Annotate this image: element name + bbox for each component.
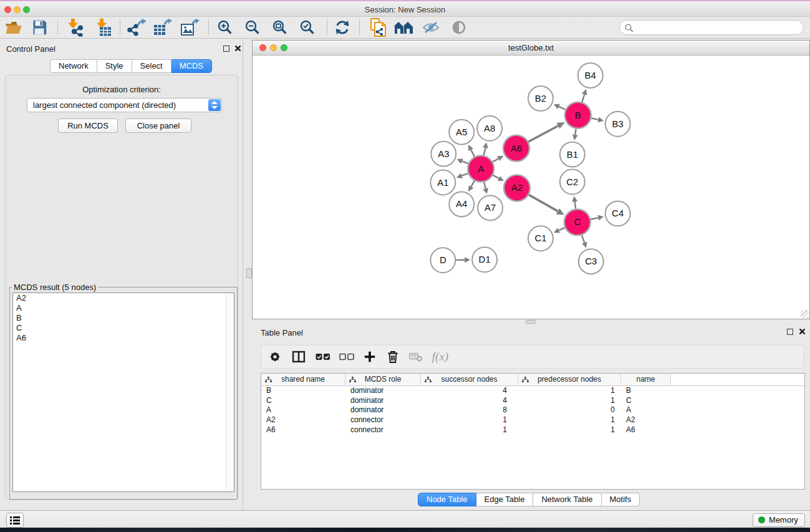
edge-A-A6[interactable] [493, 158, 498, 162]
cell-shared-name[interactable]: A2 [261, 415, 345, 425]
float-table-panel-icon[interactable] [787, 329, 793, 335]
table-settings-gear-icon[interactable] [269, 351, 281, 363]
export-image-icon[interactable] [181, 19, 200, 36]
cell-successor-nodes[interactable]: 1 [421, 415, 518, 425]
cell-predecessor-nodes[interactable]: 1 [518, 415, 621, 425]
edge-A2-C[interactable] [529, 195, 557, 211]
criterion-dropdown[interactable]: largest connected component (directed) [27, 98, 222, 112]
zoom-fit-icon[interactable] [272, 20, 288, 36]
table-row[interactable]: B dominator 4 1 B [261, 386, 804, 396]
result-list-scrollbar[interactable] [226, 293, 234, 491]
edge-C-C3[interactable] [582, 235, 584, 243]
import-table-icon[interactable] [95, 19, 112, 37]
close-panel-button[interactable]: Close panel [125, 118, 191, 133]
cell-shared-name[interactable]: A6 [261, 425, 345, 435]
cell-predecessor-nodes[interactable]: 1 [518, 425, 621, 435]
cell-mcds-role[interactable]: connector [345, 415, 421, 425]
cell-name[interactable]: B [621, 386, 671, 396]
column-header-successor-nodes[interactable]: successor nodes [421, 374, 518, 385]
edge-C-C2[interactable] [575, 201, 576, 208]
deselect-all-rows-icon[interactable] [339, 353, 354, 360]
select-all-rows-icon[interactable] [316, 353, 330, 360]
result-item[interactable]: A6 [13, 333, 234, 343]
zoom-in-icon[interactable] [218, 20, 233, 36]
cell-successor-nodes[interactable]: 8 [421, 405, 518, 415]
edge-C-C1[interactable] [559, 228, 565, 230]
result-item[interactable]: A [13, 303, 234, 313]
tab-node-table[interactable]: Node Table [418, 493, 476, 506]
edge-A6-B[interactable] [528, 126, 558, 142]
tab-network-table[interactable]: Network Table [533, 493, 601, 506]
open-session-icon[interactable] [6, 21, 22, 34]
search-field[interactable] [619, 20, 804, 35]
search-input[interactable] [636, 21, 798, 34]
tab-style[interactable]: Style [97, 59, 132, 73]
horizontal-split-handle[interactable] [526, 320, 536, 324]
edge-A-A1[interactable] [461, 173, 468, 176]
edge-B-B4[interactable] [582, 94, 584, 102]
cell-shared-name[interactable]: C [261, 396, 345, 406]
export-network-icon[interactable] [127, 19, 147, 36]
cell-mcds-role[interactable]: dominator [345, 396, 421, 406]
cell-successor-nodes[interactable]: 4 [421, 386, 518, 396]
vertical-split-handle[interactable] [246, 268, 252, 278]
edge-A-A8[interactable] [484, 148, 486, 155]
result-item[interactable]: B [13, 313, 234, 323]
import-network-icon[interactable] [66, 19, 84, 37]
close-panel-icon[interactable] [234, 45, 241, 52]
copy-current-view-icon[interactable] [370, 18, 386, 37]
table-row[interactable]: A6 connector 1 1 A6 [261, 425, 804, 435]
table-row[interactable]: A dominator 8 0 A [261, 405, 804, 415]
cell-mcds-role[interactable]: dominator [345, 405, 421, 415]
edge-B-B2[interactable] [559, 107, 566, 110]
network-window-titlebar[interactable]: testGlobe.txt [253, 41, 809, 56]
show-all-networks-icon[interactable] [394, 21, 414, 34]
edge-C-C4[interactable] [591, 218, 598, 220]
resize-grip-icon[interactable] [801, 310, 809, 318]
refresh-view-icon[interactable] [335, 20, 350, 35]
cell-shared-name[interactable]: B [261, 386, 345, 396]
column-header-shared-name[interactable]: shared name [261, 374, 345, 385]
close-table-panel-icon[interactable] [799, 328, 806, 335]
cell-successor-nodes[interactable]: 4 [421, 396, 518, 406]
add-column-icon[interactable] [365, 352, 375, 362]
cell-predecessor-nodes[interactable]: 1 [518, 396, 621, 406]
cell-shared-name[interactable]: A [261, 405, 345, 415]
task-history-button[interactable] [6, 513, 24, 528]
tab-select[interactable]: Select [132, 59, 171, 73]
edge-A-A3[interactable] [462, 161, 468, 163]
export-table-icon[interactable] [153, 19, 172, 36]
save-session-icon[interactable] [32, 21, 47, 35]
cell-name[interactable]: A [621, 405, 671, 415]
edge-B-B3[interactable] [591, 118, 598, 119]
tab-motifs[interactable]: Motifs [602, 493, 640, 506]
edge-B-B1[interactable] [575, 129, 576, 135]
memory-button[interactable]: Memory [753, 513, 805, 527]
tab-mcds[interactable]: MCDS [171, 59, 212, 73]
cell-name[interactable]: A2 [621, 415, 671, 425]
hide-graphics-details-icon[interactable] [422, 21, 440, 34]
delete-table-icon[interactable] [409, 352, 423, 362]
cell-mcds-role[interactable]: dominator [345, 386, 421, 396]
cell-name[interactable]: C [621, 396, 671, 406]
table-row[interactable]: A2 connector 1 1 A2 [261, 415, 804, 425]
zoom-out-icon[interactable] [245, 20, 261, 36]
table-row[interactable]: C dominator 4 1 C [261, 396, 804, 406]
cell-predecessor-nodes[interactable]: 1 [518, 386, 621, 396]
edge-A-A7[interactable] [484, 182, 485, 188]
network-canvas[interactable]: B4B2BB3B1A5A8A6A3AA1A2C2A4A7CC4C1C3DD1 [253, 56, 809, 319]
delete-column-icon[interactable] [388, 351, 398, 363]
edge-A-A4[interactable] [471, 181, 475, 187]
show-graphics-details-icon[interactable] [452, 21, 466, 34]
tab-network[interactable]: Network [50, 59, 97, 73]
cell-predecessor-nodes[interactable]: 0 [518, 405, 621, 415]
result-item[interactable]: C [13, 323, 234, 333]
zoom-selected-icon[interactable] [300, 20, 316, 36]
tab-edge-table[interactable]: Edge Table [476, 493, 534, 506]
edge-A-A5[interactable] [471, 150, 475, 157]
mcds-result-list[interactable]: A2 A B C A6 [12, 293, 234, 492]
edge-A-A2[interactable] [493, 175, 499, 178]
column-header-predecessor-nodes[interactable]: predecessor nodes [518, 374, 621, 385]
column-header-mcds-role[interactable]: MCDS role [345, 374, 421, 385]
result-item[interactable]: A2 [13, 293, 234, 303]
